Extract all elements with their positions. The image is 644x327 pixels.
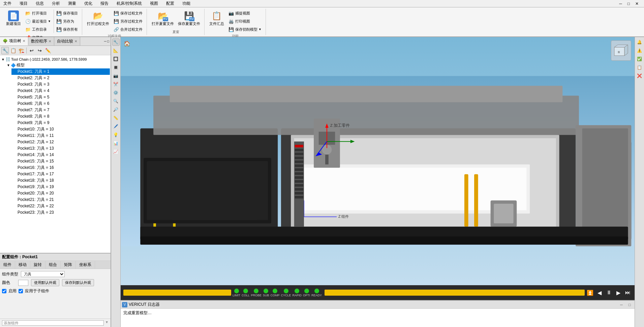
pocket17-item[interactable]: Pocket17: 刀具 = 17 [11, 171, 110, 177]
sidebar-minimize-btn[interactable]: ─ [104, 39, 106, 43]
pocket22-item[interactable]: Pocket22: 刀具 = 22 [11, 203, 110, 209]
left-tool-1[interactable]: 🔧 [112, 38, 120, 46]
capture-view-button[interactable]: 📷 捕捉视图 [227, 9, 263, 17]
pocket6-item[interactable]: Pocket6: 刀具 = 6 [11, 100, 110, 107]
menu-item-function[interactable]: 功能 [180, 0, 192, 7]
menu-item-view[interactable]: 视图 [148, 0, 160, 7]
left-tool-3[interactable]: 🔲 [112, 55, 120, 63]
tree-model-item[interactable]: ▼ 🔷 模型 [6, 62, 110, 68]
pocket19-item[interactable]: Pocket19: 刀具 = 19 [11, 184, 110, 190]
log-minimize-btn[interactable]: ─ [618, 301, 625, 308]
menu-item-measure[interactable]: 测量 [66, 0, 78, 7]
tree-root-item[interactable]: ▼ ⛓️ Tool Chain (-1022.2459, 2007.586, 1… [1, 57, 110, 62]
save-process-as-button[interactable]: 💾 另存过程文件 [112, 18, 144, 25]
use-default-appearance-btn[interactable]: 使用默认外观 [31, 279, 59, 286]
left-tool-14[interactable]: 📈 [112, 148, 120, 155]
redo-btn[interactable]: ↪ [36, 47, 43, 54]
open-review-button[interactable]: 📂 RV 打开夏窗文件 [150, 9, 175, 27]
new-project-button[interactable]: 📄 新建项目 [5, 9, 22, 27]
pocket10-item[interactable]: Pocket10: 刀具 = 10 [11, 126, 110, 132]
open-project-button[interactable]: 📂 打开项目 [24, 9, 52, 17]
save-default-appearance-btn[interactable]: 保存到默认外观 [62, 279, 94, 286]
status-rapid[interactable]: RAPID [293, 289, 302, 297]
right-tool-2[interactable]: ⚠️ [636, 47, 643, 54]
menu-item-project[interactable]: 项目 [18, 0, 30, 7]
nav-end-btn[interactable]: ⏭ [624, 289, 632, 297]
config-color-swatch[interactable] [18, 280, 28, 286]
pocket12-item[interactable]: Pocket12: 刀具 = 12 [11, 139, 110, 145]
left-tool-8[interactable]: 🔍 [112, 97, 120, 105]
menu-item-info[interactable]: 信息 [34, 0, 46, 7]
left-tool-9[interactable]: 🔎 [112, 106, 120, 113]
config-tab-coord[interactable]: 坐标系 [76, 261, 95, 269]
pocket9-item[interactable]: Pocket9: 刀具 = 9 [11, 120, 110, 126]
right-tool-1[interactable]: 🔔 [636, 38, 643, 46]
tree-tool-btn-2[interactable]: 📋 [9, 47, 17, 54]
status-probe[interactable]: PROBE [251, 289, 262, 297]
recent-project-button[interactable]: 🕒 最近项目 ▼ [24, 18, 52, 25]
right-tool-3[interactable]: ✅ [636, 55, 643, 63]
print-view-button[interactable]: 🖨️ 打印视图 [227, 18, 263, 25]
status-sub[interactable]: SUB [263, 289, 269, 297]
pocket23-item[interactable]: Pocket23: 刀具 = 23 [11, 209, 110, 216]
menu-item-optimize[interactable]: 优化 [82, 0, 94, 7]
nav-pause-btn[interactable]: ⏸ [605, 289, 613, 297]
pocket15-item[interactable]: Pocket15: 刀具 = 15 [11, 158, 110, 165]
save-cut-model-button[interactable]: 💾 保存切削模型 ▼ [227, 26, 263, 33]
tab-auto-compare-close[interactable]: ✕ [74, 39, 77, 43]
save-all-button[interactable]: 💾 保存所有 [55, 26, 79, 33]
open-process-button[interactable]: 📂 打开过程文件 [86, 9, 111, 27]
left-tool-12[interactable]: 💡 [112, 131, 120, 139]
left-tool-6[interactable]: ✂️ [112, 81, 120, 88]
save-review-button[interactable]: 💾 RV 保存夏窗文件 [177, 9, 202, 27]
pocket8-item[interactable]: Pocket8: 刀具 = 8 [11, 113, 110, 120]
tree-tool-btn-3[interactable]: 🏗️ [18, 47, 25, 54]
add-component-dropdown[interactable]: ▼ [105, 320, 109, 326]
menu-item-analysis[interactable]: 分析 [50, 0, 62, 7]
menu-item-file[interactable]: 文件 [1, 0, 13, 7]
left-tool-7[interactable]: ⚙️ [112, 89, 120, 96]
status-comp[interactable]: COMP [271, 289, 280, 297]
status-ready[interactable]: READY [311, 289, 322, 297]
left-tool-11[interactable]: 🖊️ [112, 123, 120, 130]
nav-to-start-btn[interactable]: ⏫ [586, 289, 594, 297]
status-opti[interactable]: OPTI [303, 289, 310, 297]
pocket14-item[interactable]: Pocket14: 刀具 = 14 [11, 152, 110, 158]
menu-item-machine[interactable]: 机床/控制系统 [115, 0, 144, 7]
viewport[interactable]: 🏠 前 [121, 37, 635, 300]
config-tab-matrix[interactable]: 矩阵 [61, 261, 76, 269]
add-component-input[interactable] [2, 320, 104, 326]
viewport-3d[interactable]: 🏠 前 [121, 37, 635, 285]
tab-project-tree-close[interactable]: ✕ [23, 39, 25, 43]
sidebar-maximize-btn[interactable]: □ [107, 39, 109, 43]
tab-project-tree[interactable]: 🌳 项目树 ✕ [0, 37, 28, 46]
status-cycle[interactable]: CYCLE [281, 289, 291, 297]
maximize-btn[interactable]: □ [625, 1, 632, 7]
nav-prev-btn[interactable]: ◀ [595, 289, 604, 297]
config-tab-component[interactable]: 组件 [0, 261, 15, 269]
pocket7-item[interactable]: Pocket7: 刀具 = 7 [11, 107, 110, 113]
left-tool-5[interactable]: 📷 [112, 72, 120, 80]
edit-btn[interactable]: ✏️ [44, 47, 52, 54]
log-maximize-btn[interactable]: □ [626, 301, 633, 308]
pocket2-item[interactable]: Pocket2: 刀具 = 2 [11, 75, 110, 81]
tab-nc-program-close[interactable]: ✕ [49, 39, 51, 43]
close-btn[interactable]: ✕ [633, 1, 641, 7]
pocket5-item[interactable]: Pocket5: 刀具 = 5 [11, 94, 110, 100]
merge-process-button[interactable]: 🔗 合并过程文件 [112, 26, 144, 33]
pocket13-item[interactable]: Pocket13: 刀具 = 13 [11, 145, 110, 152]
config-type-select[interactable]: 刀具 [21, 271, 65, 277]
save-process-button[interactable]: 💾 保存过程文件 [112, 9, 144, 17]
menu-item-report[interactable]: 报告 [98, 0, 111, 7]
menu-item-config[interactable]: 配置 [164, 0, 176, 7]
enabled-checkbox[interactable] [2, 289, 6, 293]
apply-subcomponent-checkbox[interactable] [19, 289, 23, 293]
work-dir-button[interactable]: 📁 工作目录 [24, 26, 52, 33]
left-tool-2[interactable]: 📐 [112, 47, 120, 54]
config-tab-rotate[interactable]: 旋转 [30, 261, 45, 269]
config-tab-move[interactable]: 移动 [15, 261, 30, 269]
left-tool-4[interactable]: 🔳 [112, 64, 120, 71]
config-tab-combine[interactable]: 组合 [45, 261, 61, 269]
pocket1-item[interactable]: Pocket1: 刀具 = 1 [11, 68, 110, 75]
pocket21-item[interactable]: Pocket21: 刀具 = 21 [11, 197, 110, 203]
